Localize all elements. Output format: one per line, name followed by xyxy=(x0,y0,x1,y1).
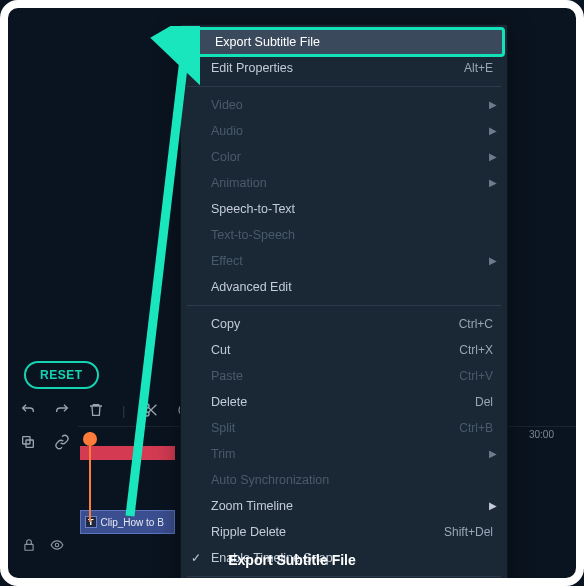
chevron-right-icon: ▶ xyxy=(489,148,497,166)
chevron-right-icon: ▶ xyxy=(489,96,497,114)
menu-video: Video▶ xyxy=(181,92,507,118)
timeline-toolbar: | xyxy=(20,402,193,418)
svg-point-5 xyxy=(55,543,59,547)
svg-point-1 xyxy=(145,412,149,416)
chevron-right-icon: ▶ xyxy=(489,445,497,463)
menu-ripple-delete[interactable]: Ripple DeleteShift+Del xyxy=(181,519,507,545)
ruler-tick-label: 30:00 xyxy=(529,429,554,440)
redo-icon[interactable] xyxy=(54,402,70,418)
menu-export-subtitle[interactable]: Export Subtitle File xyxy=(185,29,503,55)
playhead[interactable] xyxy=(80,426,110,526)
menu-edit-properties[interactable]: Edit Properties Alt+E xyxy=(181,55,507,81)
copy-icon[interactable] xyxy=(20,434,36,453)
link-icon[interactable] xyxy=(54,434,70,453)
trash-icon[interactable] xyxy=(88,402,104,418)
menu-color: Color▶ xyxy=(181,144,507,170)
menu-speech-to-text[interactable]: Speech-to-Text xyxy=(181,196,507,222)
menu-effect: Effect▶ xyxy=(181,248,507,274)
menu-paste: PasteCtrl+V xyxy=(181,363,507,389)
scissors-icon[interactable] xyxy=(143,402,159,418)
menu-auto-sync: Auto Synchronization xyxy=(181,467,507,493)
chevron-right-icon: ▶ xyxy=(489,174,497,192)
menu-audio: Audio▶ xyxy=(181,118,507,144)
menu-cut[interactable]: CutCtrl+X xyxy=(181,337,507,363)
undo-icon[interactable] xyxy=(20,402,36,418)
reset-button[interactable]: RESET xyxy=(24,361,99,389)
clip-label: Clip_How to B xyxy=(101,517,164,528)
menu-trim: Trim▶ xyxy=(181,441,507,467)
menu-copy[interactable]: CopyCtrl+C xyxy=(181,311,507,337)
caption-label: Export Subtitle File xyxy=(8,552,576,568)
menu-advanced-edit[interactable]: Advanced Edit xyxy=(181,274,507,300)
menu-split: SplitCtrl+B xyxy=(181,415,507,441)
context-menu: Export Subtitle File Edit Properties Alt… xyxy=(180,24,508,586)
chevron-right-icon: ▶ xyxy=(489,252,497,270)
menu-select-same-color[interactable]: Select all clips with the same color mar… xyxy=(181,582,507,586)
menu-delete[interactable]: DeleteDel xyxy=(181,389,507,415)
svg-rect-4 xyxy=(25,544,33,550)
menu-zoom-timeline[interactable]: Zoom Timeline▶ xyxy=(181,493,507,519)
menu-text-to-speech: Text-to-Speech xyxy=(181,222,507,248)
chevron-right-icon: ▶ xyxy=(489,122,497,140)
svg-point-0 xyxy=(145,404,149,408)
timeline-toolbar-2 xyxy=(20,434,70,453)
chevron-right-icon: ▶ xyxy=(489,497,497,515)
menu-animation: Animation▶ xyxy=(181,170,507,196)
